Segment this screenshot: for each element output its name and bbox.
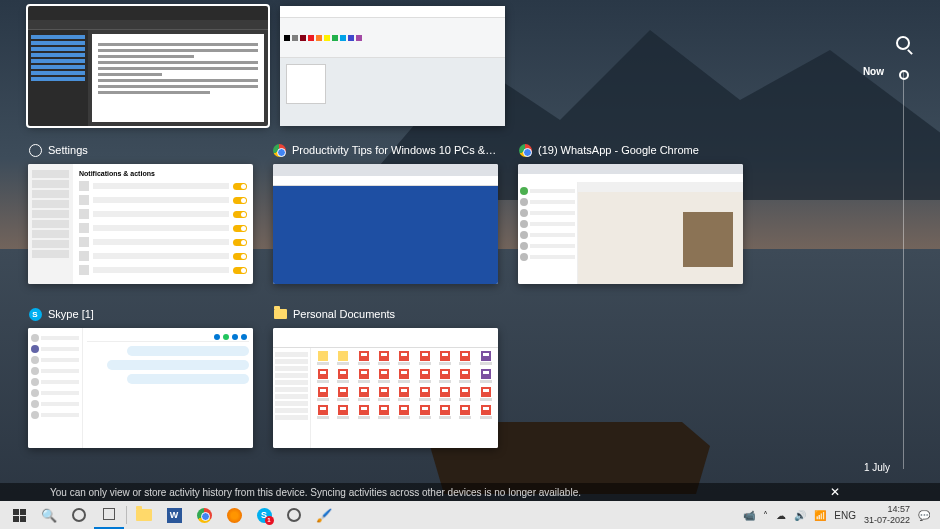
tray-wifi-icon[interactable]: 📶 [814,510,826,521]
taskbar-explorer[interactable] [129,501,159,529]
window-title: (19) WhatsApp - Google Chrome [538,144,699,156]
settings-icon [28,143,42,157]
notice-close[interactable]: ✕ [830,485,840,499]
timeline-date-label: 1 July [864,462,890,473]
activity-notice: You can only view or store activity hist… [0,483,940,501]
search-button[interactable]: 🔍 [34,501,64,529]
window-card-whatsapp[interactable]: (19) WhatsApp - Google Chrome [518,142,743,284]
tray-language[interactable]: ENG [834,510,856,521]
folder-icon [273,307,287,321]
taskbar-settings[interactable] [279,501,309,529]
taskbar: 🔍 W S1 🖌️ 📹 ˄ ☁ 🔊 📶 ENG 14:57 31-07-2022… [0,501,940,529]
tray-clock[interactable]: 14:57 31-07-2022 [864,504,910,526]
taskbar-paint[interactable]: 🖌️ [309,501,339,529]
taskbar-word[interactable]: W [159,501,189,529]
window-card-explorer[interactable]: Personal Documents [273,306,498,448]
taskbar-firefox[interactable] [219,501,249,529]
window-title: Productivity Tips for Windows 10 PCs &bu… [292,144,498,156]
start-button[interactable] [4,501,34,529]
skype-icon: S [28,307,42,321]
taskbar-chrome[interactable] [189,501,219,529]
tray-meetNow-icon[interactable]: 📹 [743,510,755,521]
cortana-button[interactable] [64,501,94,529]
window-card-chrome-productivity[interactable]: Productivity Tips for Windows 10 PCs &bu… [273,142,498,284]
timeline-now-label: Now [863,66,884,77]
timeline-search-icon[interactable] [896,36,910,50]
window-title: Settings [48,144,88,156]
window-card-settings[interactable]: Settings Notifications & actions [28,142,253,284]
tray-onedrive-icon[interactable]: ☁ [776,510,786,521]
chrome-icon [273,143,286,157]
tray-volume-icon[interactable]: 🔊 [794,510,806,521]
window-card-skype[interactable]: S Skype [1] [28,306,253,448]
notice-text: You can only view or store activity hist… [50,487,581,498]
task-thumb-indesign[interactable] [28,6,268,126]
task-thumb-paint[interactable] [280,6,505,126]
window-title: Skype [1] [48,308,94,320]
timeline[interactable]: Now 1 July [860,36,910,469]
tray-notifications-icon[interactable]: 💬 [918,510,930,521]
taskbar-skype[interactable]: S1 [249,501,279,529]
window-title: Personal Documents [293,308,395,320]
tray-chevron-icon[interactable]: ˄ [763,510,768,521]
chrome-icon [518,143,532,157]
taskview-button[interactable] [94,501,124,529]
